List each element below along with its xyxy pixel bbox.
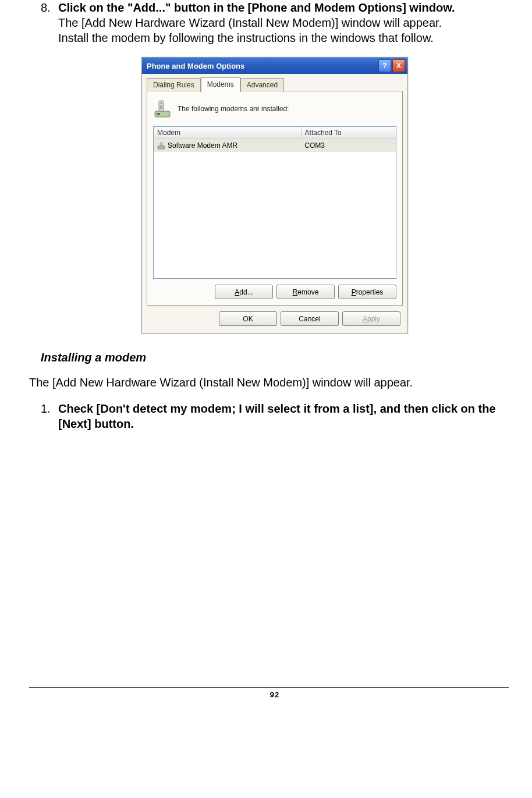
tab-advanced[interactable]: Advanced [240,78,284,92]
remove-button[interactable]: Remove [276,285,335,299]
ok-button[interactable]: OK [219,311,277,326]
modem-icon [153,98,172,119]
list-header: Modem Attached To [154,127,396,139]
svg-rect-4 [160,105,162,109]
subheading-installing-modem: Installing a modem [41,351,520,364]
step-8-bold: Click on the "Add..." button in the [Pho… [58,1,455,14]
wizard-appear-text: The [Add New Hardware Wizard (Install Ne… [29,376,520,389]
add-button[interactable]: Add... [215,285,273,299]
cancel-button[interactable]: Cancel [281,311,339,326]
step-1-text: Check [Don't detect my modem; I will sel… [58,401,520,431]
svg-rect-6 [160,143,162,146]
col-attached-header[interactable]: Attached To [302,127,396,139]
svg-rect-5 [158,146,165,149]
svg-point-3 [161,102,162,104]
step-8-text: Click on the "Add..." button in the [Pho… [58,0,520,45]
apply-button[interactable]: Apply [342,311,400,326]
page-number: 92 [29,690,520,699]
help-button[interactable]: ? [378,59,391,72]
col-modem-header[interactable]: Modem [154,127,302,139]
dialog-titlebar: Phone and Modem Options ? X [142,58,407,74]
tab-content: The following modems are installed: Mode… [147,91,403,306]
step-8-number: 8. [41,0,58,45]
step-8: 8. Click on the "Add..." button in the [… [41,0,520,45]
dialog-title: Phone and Modem Options [147,62,377,70]
close-icon: X [396,62,401,70]
step-1-number: 1. [41,401,58,431]
row-modem-name: Software Modem AMR [168,141,237,150]
svg-rect-1 [157,113,160,115]
info-text: The following modems are installed: [178,105,289,113]
close-button[interactable]: X [392,59,405,72]
step-8-line2: The [Add New Hardware Wizard (Install Ne… [58,16,442,29]
tab-dialing-rules[interactable]: Dialing Rules [147,78,201,92]
modem-row-icon [157,141,165,150]
step-1: 1. Check [Don't detect my modem; I will … [41,401,520,431]
modem-list: Modem Attached To Software Modem AMR COM… [153,126,396,279]
help-icon: ? [382,62,386,70]
row-attached: COM3 [301,140,396,151]
tab-modems[interactable]: Modems [201,77,240,91]
phone-modem-dialog: Phone and Modem Options ? X Dialing Rule… [141,57,408,334]
list-item[interactable]: Software Modem AMR COM3 [154,139,396,152]
footer-rule [29,687,509,688]
dialog-tabs: Dialing Rules Modems Advanced [147,77,403,91]
properties-button[interactable]: Properties [338,285,396,299]
step-8-line3: Install the modem by following the instr… [58,31,434,44]
